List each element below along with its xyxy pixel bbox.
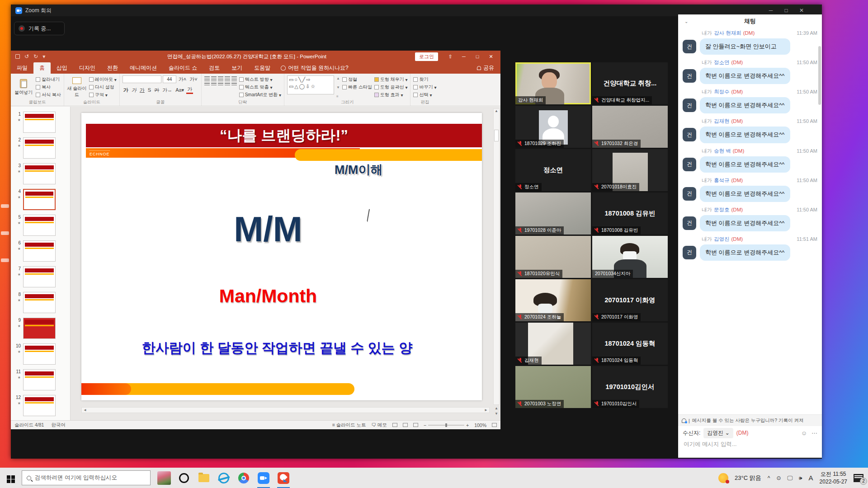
- slideshow-view-icon[interactable]: [413, 423, 418, 427]
- quick-styles-button[interactable]: 빠른 스타일: [342, 84, 372, 90]
- slide-thumbnail[interactable]: 1★: [11, 110, 70, 136]
- cut-button[interactable]: 잘라내기: [36, 76, 61, 83]
- slide-thumbnail-preview[interactable]: [23, 395, 56, 416]
- participant-tile[interactable]: 20701017 이화영 20701017 이화영: [592, 279, 668, 321]
- participant-tile[interactable]: 20701003 노정연: [515, 366, 591, 408]
- quick-access-toolbar[interactable]: ↺ ↻ ▾: [11, 53, 79, 60]
- shape-fill-button[interactable]: 도형 채우기 ▾: [374, 76, 408, 83]
- italic-button[interactable]: 가: [131, 87, 137, 94]
- grow-font-button[interactable]: 가˄: [178, 76, 187, 83]
- change-case-button[interactable]: Aa▾: [175, 87, 185, 93]
- chevron-down-icon[interactable]: ⌄: [684, 19, 688, 24]
- participant-tile[interactable]: 20701024 조하늘: [515, 279, 591, 321]
- powerpoint-titlebar[interactable]: ↺ ↻ ▾ 면접에_성공하는법(2022.05.27) 건양대학교 [호환 모드…: [11, 51, 500, 62]
- save-icon[interactable]: [15, 54, 20, 59]
- weather-text[interactable]: 23°C 맑음: [735, 474, 761, 482]
- line-spacing-icon[interactable]: [231, 76, 237, 80]
- slide-thumbnail-preview[interactable]: [23, 292, 56, 313]
- vertical-scrollbar-thumb[interactable]: [494, 130, 499, 141]
- slide-thumbnail[interactable]: 9★: [11, 316, 70, 342]
- font-size-select[interactable]: 44: [163, 75, 176, 83]
- participant-tile[interactable]: 18701029 조하진: [515, 106, 591, 148]
- underline-button[interactable]: 가: [139, 87, 146, 94]
- screen-record-tray-icon[interactable]: ⊙: [776, 475, 781, 481]
- tab-review[interactable]: 검토: [203, 62, 226, 74]
- copy-button[interactable]: 복사: [36, 84, 61, 90]
- slide-thumbnail-preview[interactable]: [23, 137, 56, 159]
- shadow-button[interactable]: S: [147, 87, 152, 93]
- new-slide-button[interactable]: 새 슬라이드: [67, 75, 87, 99]
- select-button[interactable]: 선택 ▾: [413, 92, 436, 98]
- tab-view[interactable]: 보기: [226, 62, 248, 74]
- desktop-icon-label[interactable]: [1, 231, 9, 235]
- participant-tile[interactable]: 19701010김인서 19701010김인서: [592, 366, 668, 408]
- slide-thumbnail[interactable]: 5★: [11, 213, 70, 239]
- slide-thumbnail-preview[interactable]: [23, 266, 56, 287]
- sorter-view-icon[interactable]: [403, 423, 408, 427]
- participant-tile[interactable]: 18701024 임동혁 18701024 임동혁: [592, 323, 668, 365]
- tab-transitions[interactable]: 전환: [101, 62, 124, 74]
- taskbar-zoom[interactable]: [254, 468, 274, 488]
- layout-button[interactable]: 레이아웃 ▾: [89, 76, 117, 83]
- format-painter-button[interactable]: 서식 복사: [36, 92, 61, 98]
- more-options-icon[interactable]: ⋯: [811, 430, 817, 436]
- zoom-slider[interactable]: −+: [424, 422, 469, 428]
- ppt-minimize-button[interactable]: ─: [457, 51, 471, 62]
- bold-button[interactable]: 가: [123, 87, 129, 94]
- recording-indicator[interactable]: 기록 중...: [14, 22, 65, 35]
- notes-button[interactable]: ≡ 슬라이드 노트: [332, 422, 366, 428]
- slide-canvas[interactable]: “나를 브랜딩하라!” ECHNOE M/M이해 M/M Man/Month 한…: [81, 113, 482, 400]
- indent-decrease-icon[interactable]: [218, 76, 223, 80]
- normal-view-icon[interactable]: [392, 423, 397, 427]
- slide-thumbnail[interactable]: 11★: [11, 368, 70, 394]
- participant-tile[interactable]: 강사 현재희: [515, 62, 591, 104]
- shape-effects-button[interactable]: 도형 효과 ▾: [374, 92, 408, 98]
- section-button[interactable]: 구역 ▾: [89, 92, 117, 98]
- slide-thumbnail[interactable]: 8★: [11, 291, 70, 316]
- taskbar-chrome[interactable]: [234, 468, 254, 488]
- slide-thumbnail[interactable]: 2★: [11, 136, 70, 162]
- tab-insert[interactable]: 삽입: [51, 62, 73, 74]
- horizontal-scrollbar[interactable]: ◄►: [81, 407, 490, 413]
- clock[interactable]: 오전 11:55 2022-05-27: [820, 470, 847, 486]
- bullets-icon[interactable]: [204, 76, 210, 80]
- slide-thumbnail-preview[interactable]: [23, 112, 56, 133]
- participant-tile[interactable]: 19701032 최은경: [592, 106, 668, 148]
- slide-nav-buttons[interactable]: ▲▼: [493, 406, 500, 418]
- font-name-select[interactable]: [123, 75, 161, 83]
- participant-tile[interactable]: 20701034신지아: [592, 236, 668, 278]
- participant-tile[interactable]: 정소연 정소연: [515, 149, 591, 191]
- participant-tile[interactable]: 20701018이효진: [592, 149, 668, 191]
- qat-dropdown-icon[interactable]: ▾: [42, 53, 45, 60]
- slide-thumbnail[interactable]: 3★: [11, 162, 70, 188]
- taskbar-opera[interactable]: [174, 468, 194, 488]
- ppt-close-button[interactable]: ✕: [484, 51, 498, 62]
- desktop-icon-label[interactable]: [1, 258, 9, 262]
- reset-button[interactable]: 다시 설정: [89, 84, 117, 90]
- shrink-font-button[interactable]: 가˅: [189, 76, 198, 83]
- indent-increase-icon[interactable]: [225, 76, 230, 80]
- tab-slideshow[interactable]: 슬라이드 쇼: [163, 62, 203, 74]
- slide-thumbnail[interactable]: 6★: [11, 239, 70, 265]
- tab-home[interactable]: 홈: [33, 62, 51, 74]
- network-icon[interactable]: 🖵: [787, 475, 793, 481]
- slide-thumbnail-preview[interactable]: [23, 240, 56, 262]
- slide-thumbnail[interactable]: 4★: [11, 188, 70, 213]
- replace-button[interactable]: 바꾸기 ▾: [413, 84, 436, 90]
- taskbar-search[interactable]: 검색하려면 여기에 입력하십시오: [22, 470, 151, 485]
- slide-thumbnail-preview[interactable]: [23, 163, 56, 184]
- align-left-icon[interactable]: [204, 82, 210, 86]
- slide-thumbnail[interactable]: 10★: [11, 342, 70, 368]
- slide-thumbnail-preview[interactable]: [23, 215, 56, 236]
- ribbon-options-icon[interactable]: ⇧: [443, 51, 457, 62]
- emoji-icon[interactable]: ☺: [801, 430, 807, 436]
- numbering-icon[interactable]: [211, 76, 217, 80]
- chat-message-list[interactable]: 건 내가 강사 현재희 (DM) 11:39 AM 잘 안들려요~화면 안보이고…: [678, 28, 822, 414]
- redo-icon[interactable]: ↻: [33, 53, 38, 60]
- taskbar-capture-tool[interactable]: [274, 468, 293, 488]
- justify-icon[interactable]: [225, 82, 230, 86]
- align-text-button[interactable]: 텍스트 맞춤 ▾: [239, 84, 281, 90]
- taskbar-file-explorer[interactable]: [194, 468, 214, 488]
- chat-scrollbar[interactable]: [818, 46, 821, 105]
- language-indicator[interactable]: 한국어: [51, 422, 66, 428]
